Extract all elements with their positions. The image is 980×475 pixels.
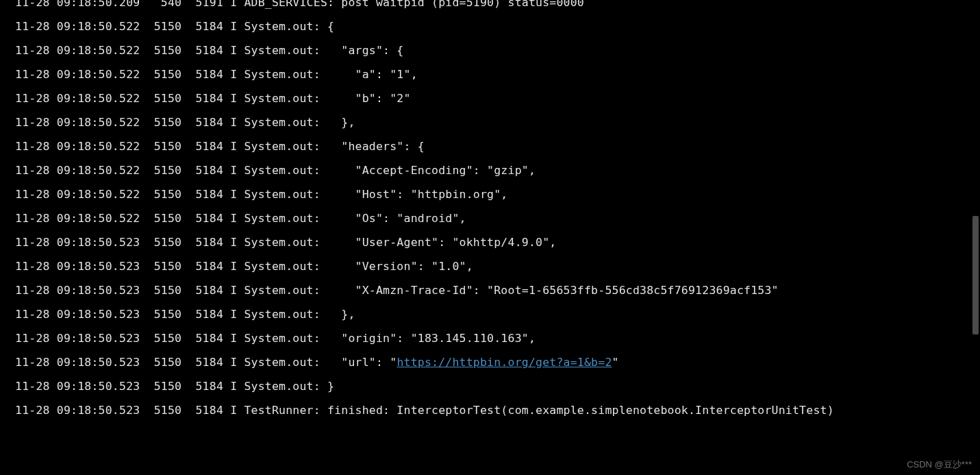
log-line: 11-28 09:18:50.522 5150 5184 I System.ou…	[15, 158, 971, 182]
log-line: 11-28 09:18:50.209 540 5191 I ADB_SERVIC…	[15, 0, 971, 14]
log-line: 11-28 09:18:50.522 5150 5184 I System.ou…	[15, 38, 971, 62]
log-line: 11-28 09:18:50.523 5150 5184 I System.ou…	[15, 374, 971, 398]
log-line: 11-28 09:18:50.522 5150 5184 I System.ou…	[15, 86, 971, 110]
log-terminal[interactable]: 11-28 09:18:50.209 540 5191 I ADB_SERVIC…	[0, 0, 971, 465]
log-line: 11-28 09:18:50.522 5150 5184 I System.ou…	[15, 62, 971, 86]
log-line: 11-28 09:18:50.522 5150 5184 I System.ou…	[15, 134, 971, 158]
log-line: 11-28 09:18:50.523 5150 5184 I System.ou…	[15, 278, 971, 302]
log-line: 11-28 09:18:50.522 5150 5184 I System.ou…	[15, 14, 971, 38]
log-line: 11-28 09:18:50.523 5150 5184 I System.ou…	[15, 350, 971, 374]
scrollbar-track	[971, 0, 980, 475]
log-line: 11-28 09:18:50.522 5150 5184 I System.ou…	[15, 182, 971, 206]
watermark: CSDN @豆沙***	[907, 459, 972, 471]
log-line: 11-28 09:18:50.523 5150 5184 I System.ou…	[15, 302, 971, 326]
url-link[interactable]: https://httpbin.org/get?a=1&b=2	[397, 356, 612, 369]
log-line: 11-28 09:18:50.522 5150 5184 I System.ou…	[15, 206, 971, 230]
log-line: 11-28 09:18:50.523 5150 5184 I System.ou…	[15, 254, 971, 278]
log-line: 11-28 09:18:50.523 5150 5184 I System.ou…	[15, 230, 971, 254]
log-line: 11-28 09:18:50.522 5150 5184 I System.ou…	[15, 110, 971, 134]
scrollbar-thumb[interactable]	[972, 216, 979, 334]
log-line: 11-28 09:18:50.523 5150 5184 I System.ou…	[15, 326, 971, 350]
log-line: 11-28 09:18:50.523 5150 5184 I TestRunne…	[15, 398, 971, 422]
